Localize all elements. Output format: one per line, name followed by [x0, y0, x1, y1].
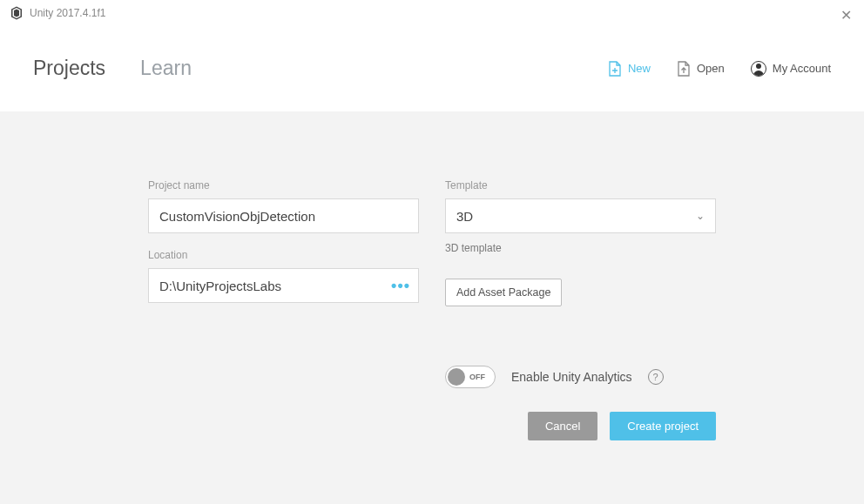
title-bar: Unity 2017.4.1f1 ✕ — [0, 0, 864, 26]
template-selected: 3D — [456, 209, 473, 224]
tabs: Projects Learn — [33, 57, 192, 80]
project-name-group: Project name — [148, 179, 419, 233]
analytics-row: OFF Enable Unity Analytics ? — [445, 366, 716, 388]
toggle-knob — [448, 368, 465, 386]
analytics-label: Enable Unity Analytics — [511, 370, 632, 384]
open-file-icon — [677, 61, 691, 77]
tab-learn[interactable]: Learn — [140, 57, 192, 80]
tab-projects[interactable]: Projects — [33, 57, 105, 80]
new-file-icon — [608, 61, 622, 77]
template-group: Template 3D ⌄ 3D template — [445, 179, 716, 254]
project-name-label: Project name — [148, 179, 419, 192]
close-icon[interactable]: ✕ — [840, 7, 852, 24]
help-icon[interactable]: ? — [648, 369, 664, 385]
template-hint: 3D template — [445, 242, 716, 254]
chevron-down-icon: ⌄ — [696, 210, 705, 222]
window-title: Unity 2017.4.1f1 — [30, 7, 105, 19]
account-button[interactable]: My Account — [751, 61, 831, 77]
toggle-state-label: OFF — [469, 373, 485, 381]
header: Projects Learn New Open My Account — [0, 26, 864, 111]
content-area: Project name Location ••• Template 3D ⌄ … — [0, 111, 864, 504]
add-asset-package-button[interactable]: Add Asset Package — [445, 279, 562, 306]
new-button[interactable]: New — [608, 61, 651, 77]
right-column: Template 3D ⌄ 3D template Add Asset Pack… — [445, 179, 716, 504]
location-group: Location ••• — [148, 249, 419, 303]
browse-location-icon[interactable]: ••• — [391, 277, 410, 295]
cancel-button[interactable]: Cancel — [528, 412, 597, 440]
account-label: My Account — [773, 62, 831, 75]
project-name-input[interactable] — [148, 198, 419, 233]
template-label: Template — [445, 179, 716, 192]
left-column: Project name Location ••• — [148, 179, 419, 504]
location-input[interactable] — [148, 268, 419, 303]
open-label: Open — [697, 62, 725, 75]
location-label: Location — [148, 249, 419, 261]
template-select[interactable]: 3D ⌄ — [445, 198, 716, 233]
footer-buttons: Cancel Create project — [528, 412, 716, 440]
open-button[interactable]: Open — [677, 61, 725, 77]
unity-logo-icon — [9, 5, 24, 21]
create-project-button[interactable]: Create project — [610, 412, 716, 440]
avatar-icon — [751, 61, 766, 77]
new-label: New — [628, 62, 651, 75]
header-actions: New Open My Account — [608, 61, 831, 77]
analytics-toggle[interactable]: OFF — [445, 366, 496, 388]
location-wrapper: ••• — [148, 268, 419, 303]
